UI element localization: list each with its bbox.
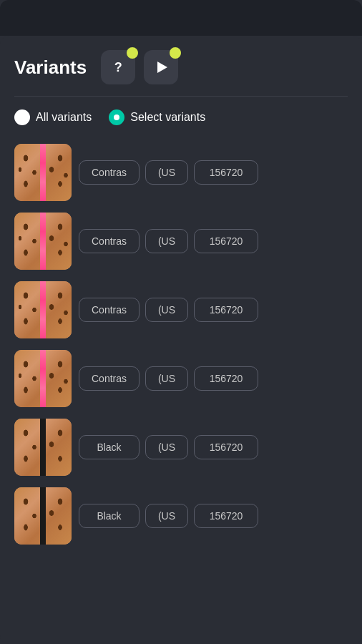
size-tag[interactable]: (US: [145, 366, 188, 391]
variant-tags: Contras (US 156720: [79, 160, 348, 185]
bottom-fade: [14, 623, 348, 644]
color-tag[interactable]: Contras: [79, 366, 140, 391]
color-tag[interactable]: Contras: [79, 229, 140, 253]
header: Variants ?: [14, 36, 348, 96]
select-variants-label: Select variants: [130, 111, 205, 124]
select-variants-radio[interactable]: [109, 109, 124, 125]
size-tag[interactable]: (US: [145, 229, 188, 253]
variant-image: [14, 281, 72, 338]
size-tag[interactable]: (US: [145, 298, 188, 322]
size-tag[interactable]: (US: [145, 435, 188, 459]
all-variants-label: All variants: [36, 111, 92, 124]
sku-tag[interactable]: 156720: [194, 366, 258, 391]
question-icon: ?: [114, 60, 122, 75]
help-badge: [127, 47, 138, 59]
variant-image: [14, 350, 72, 407]
variant-image: [14, 419, 72, 476]
size-tag[interactable]: (US: [145, 504, 188, 528]
top-bar: [0, 0, 362, 36]
page-title: Variants: [14, 57, 87, 79]
table-row: Black (US 156720: [14, 482, 348, 550]
variant-tags: Contras (US 156720: [79, 229, 348, 253]
all-variants-option[interactable]: All variants: [14, 109, 92, 125]
color-tag[interactable]: Contras: [79, 298, 140, 322]
variant-image: [14, 144, 72, 201]
variant-tags: Black (US 156720: [79, 504, 348, 528]
play-button[interactable]: [144, 50, 178, 84]
color-tag[interactable]: Black: [79, 435, 140, 459]
variant-image: [14, 487, 72, 545]
table-row: Black (US 156720: [14, 413, 348, 482]
play-icon: [157, 62, 167, 73]
sku-tag[interactable]: 156720: [194, 504, 258, 528]
color-tag[interactable]: Contras: [79, 160, 140, 185]
all-variants-radio[interactable]: [14, 109, 30, 125]
play-badge: [170, 47, 181, 59]
variant-tags: Contras (US 156720: [79, 366, 348, 391]
sku-tag[interactable]: 156720: [194, 435, 258, 459]
main-container: Variants ? All variants Select variants: [0, 36, 362, 644]
variant-filter-group: All variants Select variants: [14, 97, 348, 138]
variant-tags: Contras (US 156720: [79, 298, 348, 322]
table-row: Contras (US 156720: [14, 138, 348, 207]
table-row: Contras (US 156720: [14, 207, 348, 275]
sku-tag[interactable]: 156720: [194, 160, 258, 185]
sku-tag[interactable]: 156720: [194, 298, 258, 322]
table-row: Contras (US 156720: [14, 275, 348, 344]
help-button[interactable]: ?: [101, 50, 135, 84]
sku-tag[interactable]: 156720: [194, 229, 258, 253]
variant-tags: Black (US 156720: [79, 435, 348, 459]
table-row: Contras (US 156720: [14, 344, 348, 413]
color-tag[interactable]: Black: [79, 504, 140, 528]
variant-image: [14, 213, 72, 270]
select-variants-option[interactable]: Select variants: [109, 109, 205, 125]
variants-list[interactable]: Contras (US 156720 Contras (US: [14, 138, 348, 623]
size-tag[interactable]: (US: [145, 160, 188, 185]
